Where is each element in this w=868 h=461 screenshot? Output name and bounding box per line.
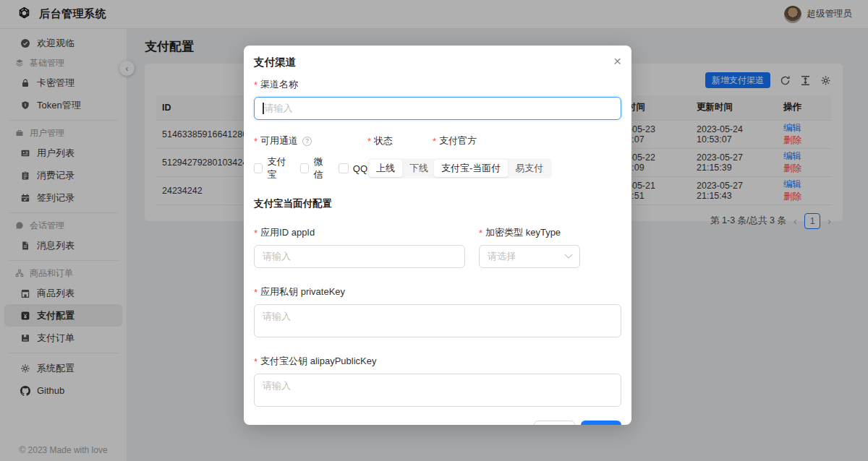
private-key-textarea[interactable]: 请输入 xyxy=(254,304,621,337)
provider-segmented: 支付宝-当面付 易支付 xyxy=(433,158,552,178)
question-circle-icon[interactable]: ? xyxy=(302,137,312,146)
provider-option-yipay[interactable]: 易支付 xyxy=(508,160,550,177)
status-option-offline[interactable]: 下线 xyxy=(402,160,435,177)
channels-label: *可用通道 ? xyxy=(254,134,367,147)
key-type-label: *加密类型 keyType xyxy=(479,226,621,239)
modal-title: 支付渠道 xyxy=(254,56,621,69)
controls-row: 支付宝 微信 QQ 上线 下线 支付宝-当面付 易支付 xyxy=(254,155,621,181)
checkbox-box[interactable] xyxy=(254,163,263,173)
checkbox-wechat[interactable]: 微信 xyxy=(300,155,330,181)
provider-label: *支付官方 xyxy=(433,134,621,147)
key-type-select[interactable]: 请选择 xyxy=(479,245,580,268)
status-label: *状态 xyxy=(367,134,433,147)
channel-name-input[interactable]: 请输入 xyxy=(254,97,621,120)
checkbox-qq[interactable]: QQ xyxy=(339,163,367,174)
labels-row: *可用通道 ? *状态 *支付官方 xyxy=(254,134,621,147)
checkbox-alipay[interactable]: 支付宝 xyxy=(254,155,292,181)
close-icon[interactable]: × xyxy=(613,54,621,68)
payment-channel-modal: 支付渠道 × *渠道名称 请输入 *可用通道 ? *状态 *支付官方 支付宝 微… xyxy=(244,46,631,425)
appid-keytype-row: *应用ID appId 请输入 *加密类型 keyType 请选择 xyxy=(254,226,621,268)
alipay-public-key-label: *支付宝公钥 alipayPublicKey xyxy=(254,355,621,368)
channel-checkbox-group: 支付宝 微信 QQ xyxy=(254,155,367,181)
status-option-online[interactable]: 上线 xyxy=(369,160,402,177)
checkbox-box[interactable] xyxy=(339,163,349,173)
status-segmented: 上线 下线 xyxy=(367,158,437,178)
chevron-down-icon xyxy=(564,251,572,259)
alipay-public-key-textarea[interactable]: 请输入 xyxy=(254,374,621,407)
alipay-config-section-title: 支付宝当面付配置 xyxy=(254,197,621,210)
cancel-button[interactable]: 取 消 xyxy=(534,421,576,425)
app-id-input[interactable]: 请输入 xyxy=(254,245,465,268)
modal-footer: 取 消 提 交 xyxy=(254,421,621,425)
text-caret xyxy=(263,103,264,114)
app-id-label: *应用ID appId xyxy=(254,226,479,239)
submit-button[interactable]: 提 交 xyxy=(581,421,621,425)
private-key-label: *应用私钥 privateKey xyxy=(254,285,621,298)
checkbox-box[interactable] xyxy=(300,163,309,173)
provider-option-alipay-f2f[interactable]: 支付宝-当面付 xyxy=(434,160,508,177)
channel-name-label: *渠道名称 xyxy=(254,78,621,91)
